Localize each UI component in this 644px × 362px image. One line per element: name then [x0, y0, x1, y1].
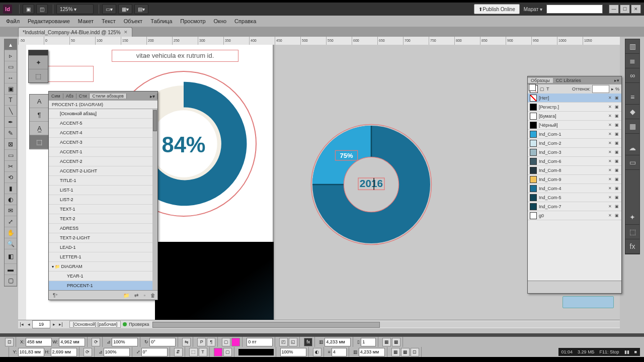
gap-input[interactable]: [332, 348, 347, 356]
object-styles-icon[interactable]: ⬚: [625, 225, 639, 239]
menu-help[interactable]: Справка: [230, 18, 260, 24]
swatch-row[interactable]: Ind_Com-1✕▣: [528, 130, 621, 139]
corner2-icon[interactable]: ◱: [289, 338, 297, 346]
vertical-ruler[interactable]: [18, 45, 27, 320]
publish-online-button[interactable]: ⬆ Publish Online: [474, 4, 519, 14]
paragraph-style-item[interactable]: ACCENT-2: [49, 157, 157, 166]
tab-paragraph-styles[interactable]: Стили абзацев: [90, 94, 126, 99]
paragraph-style-item[interactable]: ACCENT-3: [49, 138, 157, 147]
swatches-menu-icon[interactable]: ▸▾: [612, 78, 621, 83]
swatch-row[interactable]: Ind_Com-9✕▣: [528, 175, 621, 184]
arrange-button[interactable]: ▤▾: [134, 4, 148, 14]
horizontal-ruler[interactable]: -500501001502002503003504004505005506006…: [18, 37, 620, 45]
donut-right-center[interactable]: 2016: [360, 177, 383, 189]
swatch-row[interactable]: Ind_Com-7✕▣: [528, 202, 621, 211]
paragraph-style-item[interactable]: TEXT-2-LIGHT: [49, 233, 157, 243]
screen-mode-button[interactable]: ▦▾: [118, 4, 132, 14]
swatch-row[interactable]: [Регистр.]✕▣: [528, 103, 621, 112]
menu-object[interactable]: Объект: [120, 18, 146, 24]
type-tool[interactable]: T: [5, 95, 17, 106]
tab-styles[interactable]: Сти: [76, 94, 90, 99]
view-options-button[interactable]: ▭▾: [102, 4, 116, 14]
reference-point[interactable]: ⊡: [3, 337, 16, 347]
swatch-row[interactable]: [Бумага]✕▣: [528, 112, 621, 121]
paragraph-style-item[interactable]: DIAGRAM: [49, 262, 157, 272]
bridge-button[interactable]: ▣: [23, 4, 34, 14]
style-mapping-icon[interactable]: ⇄: [134, 293, 138, 298]
selection-tool[interactable]: ▴: [5, 39, 17, 50]
flip-h-icon[interactable]: ⇋: [182, 338, 191, 346]
text-format-icon[interactable]: T: [546, 86, 549, 92]
maximize-button[interactable]: ☐: [620, 5, 630, 14]
mini-tool-2[interactable]: ⬚: [29, 69, 48, 82]
rectangle-frame-tool[interactable]: ⊠: [5, 139, 17, 150]
scale-x-input[interactable]: [112, 338, 138, 346]
page-tool[interactable]: ▭: [5, 61, 17, 72]
horizontal-scrollbar[interactable]: [152, 321, 620, 327]
minimize-button[interactable]: —: [609, 5, 619, 14]
paragraph-style-item[interactable]: PROCENT-1: [49, 281, 157, 290]
paragraph-styles-panel[interactable]: Сим Абз Сти Стили абзацев ▸▾ PROCENT-1 (…: [48, 91, 158, 300]
note-tool[interactable]: ✉: [5, 205, 17, 216]
paragraph-style-item[interactable]: ACCENT-1: [49, 147, 157, 157]
w-input[interactable]: [59, 338, 85, 346]
next-page-icon[interactable]: ▸: [50, 322, 57, 327]
stop-icon[interactable]: ■: [634, 349, 637, 354]
prev-page-icon[interactable]: ◂: [25, 322, 32, 327]
stroke-style-dropdown[interactable]: [238, 349, 274, 355]
tab-cc-libraries[interactable]: CC Libraries: [553, 78, 584, 83]
paragraph-style-item[interactable]: ACCENT-5: [49, 119, 157, 128]
gradient-panel-icon[interactable]: ▭: [625, 155, 639, 170]
paragraph-style-item[interactable]: TEXT-2: [49, 214, 157, 224]
stock-button[interactable]: ◫: [36, 4, 48, 14]
paragraph-style-item[interactable]: YEAR-1: [49, 272, 157, 281]
fill-stroke-toggle[interactable]: ◧: [5, 249, 17, 264]
scale-y-input[interactable]: [104, 348, 130, 356]
direct-selection-tool[interactable]: ▹: [5, 50, 17, 61]
line-tool[interactable]: ╲: [5, 106, 17, 117]
layers-panel-icon[interactable]: ≣: [625, 54, 639, 68]
fit-frame-icon[interactable]: ▩: [392, 338, 400, 346]
donut-chart-right[interactable]: 75% 2016: [306, 119, 437, 250]
master-dropdown[interactable]: [Основной] [рабочая]: [69, 321, 121, 328]
col-gutter-input[interactable]: [359, 348, 385, 356]
corner-icon[interactable]: ◰: [279, 338, 288, 346]
free-transform-tool[interactable]: ⟲: [5, 172, 17, 183]
delete-style-icon[interactable]: 🗑: [150, 293, 155, 298]
swatch-row[interactable]: Ind_Com-4✕▣: [528, 184, 621, 193]
tab-char-styles[interactable]: Сим: [49, 94, 63, 99]
fill-stroke-proxy[interactable]: [530, 85, 538, 93]
swatch-row[interactable]: Ind_Com-2✕▣: [528, 139, 621, 148]
swatch-row[interactable]: [Чёрный]✕▣: [528, 121, 621, 130]
last-page-icon[interactable]: ▸|: [57, 322, 64, 327]
new-group-icon[interactable]: 📁: [123, 293, 129, 298]
stroke-panel-icon[interactable]: ≡: [625, 90, 639, 105]
y-input[interactable]: [18, 348, 44, 356]
workspace-switcher[interactable]: Марат ▾: [524, 7, 542, 12]
screen-mode-tool[interactable]: ▢: [5, 275, 17, 286]
links-panel-icon[interactable]: ∞: [625, 68, 639, 83]
swatch-row[interactable]: Ind_Com-8✕▣: [528, 166, 621, 175]
eyedropper-tool[interactable]: ⤢: [5, 216, 17, 227]
close-tab-icon[interactable]: ✕: [124, 30, 128, 35]
paragraph-style-item[interactable]: ACCENT-4: [49, 128, 157, 138]
pages-panel-icon[interactable]: ▥: [625, 39, 639, 54]
paragraph-style-item[interactable]: ACCENT-2-LIGHT: [49, 166, 157, 176]
menu-layout[interactable]: Макет: [74, 18, 98, 24]
menu-table[interactable]: Таблица: [146, 18, 176, 24]
paragraph-style-item[interactable]: LEAD-1: [49, 243, 157, 252]
content-collector-tool[interactable]: ▣: [5, 83, 17, 95]
tab-swatches[interactable]: Образцы: [528, 78, 553, 83]
x-input[interactable]: [26, 338, 52, 346]
hand-tool[interactable]: ✋: [5, 227, 17, 238]
paragraph-style-item[interactable]: [Основной абзац]: [49, 109, 157, 119]
page-number-input[interactable]: [32, 320, 50, 328]
rotation-input[interactable]: [149, 338, 176, 346]
pause-icon[interactable]: ▮▮: [624, 349, 629, 354]
para-style-icon[interactable]: ¶: [30, 108, 49, 122]
fill-color-icon[interactable]: [214, 348, 222, 356]
tab-para[interactable]: Абз: [63, 94, 76, 99]
pencil-tool[interactable]: ✎: [5, 128, 17, 139]
shear-input[interactable]: [141, 348, 168, 356]
rectangle-tool[interactable]: ▭: [5, 150, 17, 161]
